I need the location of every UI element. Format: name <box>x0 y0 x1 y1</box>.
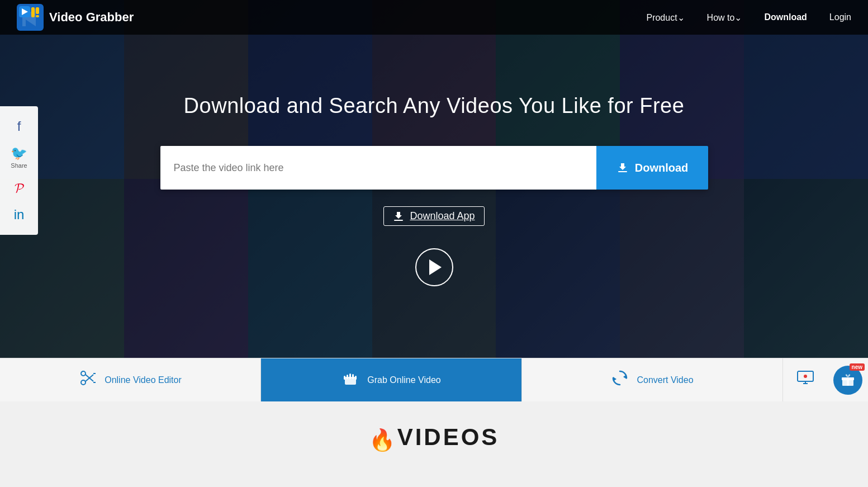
svg-rect-20 <box>344 376 345 380</box>
play-button[interactable] <box>415 248 453 286</box>
svg-rect-19 <box>355 376 357 380</box>
logo-text: Video Grabber <box>49 10 134 25</box>
svg-point-10 <box>81 371 86 376</box>
convert-label: Convert Video <box>637 375 693 385</box>
nav-howto[interactable]: How to⌄ <box>707 12 742 23</box>
nav-links: Product⌄ How to⌄ Download Login <box>646 12 851 23</box>
fire-icon: 🔥 <box>369 429 395 451</box>
download-icon <box>616 161 629 174</box>
gift-icon <box>841 373 855 387</box>
svg-rect-8 <box>394 220 403 221</box>
videos-title: 🔥 VIDEOS <box>369 424 500 451</box>
social-twitter[interactable]: 🐦 Share <box>0 140 38 174</box>
logo-area: Video Grabber <box>17 4 646 31</box>
download-app-button[interactable]: Download App <box>383 206 484 226</box>
search-bar: Download <box>160 146 708 190</box>
new-badge: new <box>850 363 865 371</box>
bottom-item-grab[interactable]: Grab Online Video <box>261 358 522 401</box>
download-button[interactable]: Download <box>596 146 708 190</box>
logo-icon <box>17 4 44 31</box>
bottom-item-editor[interactable]: Online Video Editor <box>0 358 261 401</box>
twitter-icon: 🐦 <box>11 145 27 161</box>
gift-button[interactable]: new <box>833 366 862 395</box>
bottom-bar: Online Video Editor Grab Online Video Co <box>0 358 868 401</box>
editor-label: Online Video Editor <box>105 375 182 385</box>
screen-icon <box>796 370 814 390</box>
svg-rect-6 <box>36 15 39 17</box>
pinterest-icon: 𝓟 <box>15 180 23 196</box>
videos-section: 🔥 VIDEOS <box>0 401 868 462</box>
video-url-input[interactable] <box>160 146 596 190</box>
svg-rect-18 <box>352 374 354 379</box>
share-label: Share <box>11 162 27 169</box>
hero-content: Download and Search Any Videos You Like … <box>0 72 868 286</box>
hero-title: Download and Search Any Videos You Like … <box>184 94 685 118</box>
social-linkedin[interactable]: in <box>0 201 38 228</box>
bottom-item-convert[interactable]: Convert Video <box>522 358 783 401</box>
svg-rect-29 <box>847 377 849 386</box>
social-pinterest[interactable]: 𝓟 <box>0 174 38 201</box>
nav-download-link[interactable]: Download <box>764 12 807 22</box>
play-icon <box>429 259 442 275</box>
videos-text: VIDEOS <box>397 424 500 451</box>
svg-rect-7 <box>618 171 627 172</box>
svg-point-9 <box>81 380 86 385</box>
svg-rect-16 <box>347 375 348 379</box>
nav-product[interactable]: Product⌄ <box>646 12 684 23</box>
facebook-icon: f <box>17 119 21 134</box>
grab-label: Grab Online Video <box>367 375 440 385</box>
svg-rect-17 <box>349 373 351 379</box>
bottom-item-screen[interactable] <box>783 358 828 401</box>
download-app-icon <box>393 211 404 222</box>
social-facebook[interactable]: f <box>0 113 38 140</box>
convert-icon <box>611 369 629 391</box>
svg-marker-21 <box>623 375 627 379</box>
svg-rect-4 <box>31 7 35 17</box>
grab-icon <box>341 369 359 391</box>
nav-login-link[interactable]: Login <box>829 12 851 22</box>
navbar: Video Grabber Product⌄ How to⌄ Download … <box>0 0 868 35</box>
hero-section: Download and Search Any Videos You Like … <box>0 0 868 358</box>
svg-point-24 <box>804 375 807 378</box>
editor-icon <box>79 369 97 391</box>
social-sidebar: f 🐦 Share 𝓟 in <box>0 106 38 235</box>
linkedin-icon: in <box>14 207 25 223</box>
svg-marker-22 <box>613 377 616 381</box>
svg-rect-5 <box>36 7 39 14</box>
